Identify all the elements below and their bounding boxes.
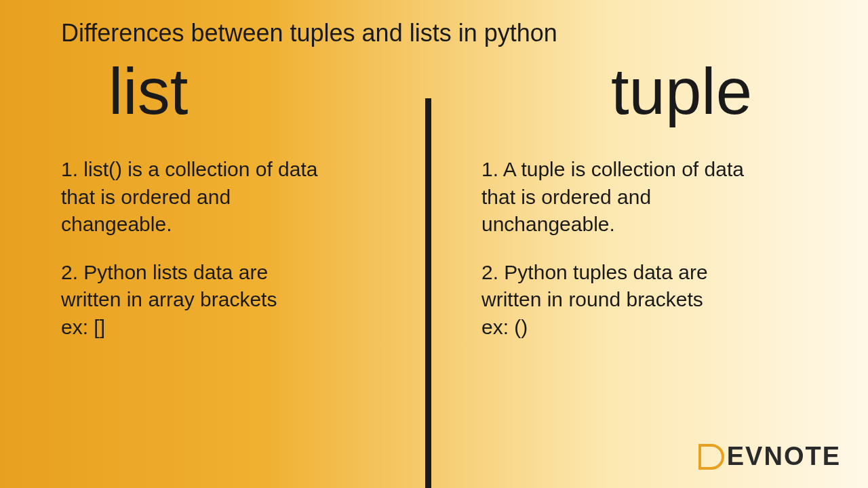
- list-point-1: 1. list() is a collection of data that i…: [61, 156, 393, 239]
- comparison-columns: list 1. list() is a collection of data t…: [0, 47, 868, 441]
- devnote-logo: EVNOTE: [698, 442, 841, 471]
- tuple-point-2: 2. Python tuples data are written in rou…: [481, 259, 827, 342]
- page-title: Differences between tuples and lists in …: [0, 0, 868, 47]
- list-heading: list: [108, 54, 393, 129]
- logo-d-icon: [698, 444, 724, 470]
- tuple-column: tuple 1. A tuple is collection of data t…: [434, 47, 868, 441]
- list-point-2: 2. Python lists data are written in arra…: [61, 259, 393, 342]
- tuple-heading: tuple: [536, 54, 827, 129]
- tuple-point-1: 1. A tuple is collection of data that is…: [481, 156, 827, 239]
- list-column: list 1. list() is a collection of data t…: [0, 47, 434, 441]
- logo-text: EVNOTE: [727, 442, 841, 471]
- vertical-divider: [425, 98, 431, 488]
